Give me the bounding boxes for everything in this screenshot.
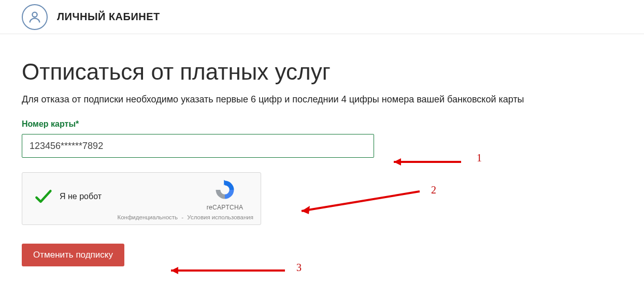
recaptcha-widget[interactable]: Я не робот reCAPTCHA Конфиденциальность …	[22, 172, 261, 225]
header-title: ЛИЧНЫЙ КАБИНЕТ	[57, 11, 160, 23]
recaptcha-separator: -	[181, 214, 183, 220]
annotation-number-1: 1	[477, 152, 482, 164]
recaptcha-terms-link[interactable]: Условия использования	[187, 214, 253, 220]
recaptcha-brand: reCAPTCHA	[196, 204, 253, 211]
card-number-input[interactable]	[22, 134, 374, 158]
svg-marker-7	[171, 267, 178, 274]
recaptcha-privacy-link[interactable]: Конфиденциальность	[117, 214, 178, 220]
checkmark-icon	[34, 187, 52, 206]
recaptcha-links: Конфиденциальность - Условия использован…	[117, 214, 253, 220]
recaptcha-label: Я не робот	[60, 192, 102, 201]
cancel-subscription-button[interactable]: Отменить подписку	[22, 244, 124, 266]
card-number-label: Номер карты*	[22, 119, 622, 129]
annotation-number-2: 2	[431, 184, 436, 196]
user-icon	[22, 4, 48, 30]
svg-point-0	[32, 12, 37, 17]
annotation-number-3: 3	[296, 262, 302, 274]
page-title: Отписаться от платных услуг	[22, 59, 622, 85]
header: ЛИЧНЫЙ КАБИНЕТ	[0, 0, 644, 34]
page-subtitle: Для отказа от подписки необходимо указат…	[22, 94, 622, 105]
recaptcha-logo-icon	[214, 179, 236, 201]
